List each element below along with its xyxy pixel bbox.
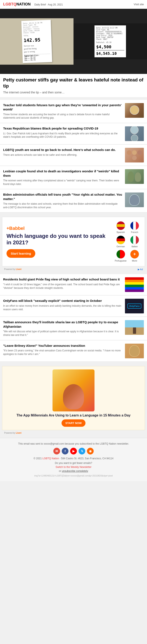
unsubscribe-link[interactable]: unsubscribe completely: [62, 470, 88, 472]
receipt-right: Date: 8/17/21 8:17 PM Card Type: MC Acco…: [74, 23, 147, 60]
french-flag: [130, 221, 139, 230]
list-item[interactable]: Biden administration officials tell tran…: [0, 189, 147, 212]
ad-badge: ▶ Ad: [138, 268, 143, 271]
lang-item-german[interactable]: German: [115, 236, 126, 248]
babbel-title: Which language do you want to speak in 2…: [6, 233, 110, 246]
article-thumb: [125, 277, 144, 292]
more-flag: +: [130, 250, 139, 258]
article-thumb: [125, 320, 144, 335]
list-item[interactable]: Texas Republican blames Black people for…: [0, 123, 147, 144]
babbel-logo: +Babbel: [6, 226, 110, 231]
article-title[interactable]: LGBTQ youth are scared to go back to sch…: [3, 148, 122, 152]
footer-unsubscribe-wrapper: or unsubscribe completely: [3, 470, 144, 472]
article-title[interactable]: Teacher told students fetuses turn gay w…: [3, 103, 122, 112]
header-date: Daily Brief · Aug 20, 2021: [34, 3, 63, 6]
ad-bottom-title: The App Millennials Are Using to Learn a…: [6, 414, 142, 417]
article-text: "Leave Britney Alone!" YouTuber announce…: [3, 344, 122, 356]
article-desc: "We will not discuss what type of politi…: [3, 330, 122, 337]
divider-5: [0, 436, 147, 438]
lang-item-italian[interactable]: Italian: [129, 236, 140, 248]
article-text: Taliban announces they'll institute shar…: [3, 320, 122, 337]
lang-label-german: German: [116, 245, 125, 248]
lang-item-more[interactable]: + More: [129, 250, 140, 262]
footer-copyright: © 2021 LGBTQ Nation · 584 Castro St. #62…: [3, 457, 144, 460]
footer-switch-wrapper: Switch to the Weekly Newsletter: [3, 466, 144, 468]
lang-label-spanish: Spanish: [116, 231, 125, 234]
list-item[interactable]: Taliban announces they'll institute shar…: [0, 317, 147, 340]
taliban-thumbnail: [125, 320, 144, 335]
copyright-year: © 2021: [34, 457, 42, 460]
powered-by-text-bottom: Powered by: [4, 432, 15, 434]
powered-by-text: Powered by: [4, 268, 15, 270]
ad-bottom-button[interactable]: START NOW: [62, 420, 86, 427]
liveri-link[interactable]: Liveri: [16, 268, 22, 270]
liveri-link-bottom[interactable]: Liveri: [16, 432, 22, 434]
list-item[interactable]: LGBTQ youth are scared to go back to sch…: [0, 145, 147, 166]
article-desc: Three former students are accusing the t…: [3, 113, 122, 120]
article-desc: Lt. Gov. Dan Patrick told Laura Ingraham…: [3, 132, 122, 139]
rss-social-icon[interactable]: ◉: [87, 448, 94, 454]
divider-2: [0, 212, 147, 214]
article-text: Biden administration officials tell tran…: [3, 192, 122, 209]
list-item[interactable]: Residents build giant Pride flag view of…: [0, 274, 147, 295]
article-title[interactable]: Residents build giant Pride flag view of…: [3, 277, 122, 282]
article-title[interactable]: Biden administration officials tell tran…: [3, 192, 122, 201]
footer-or: or: [59, 470, 61, 472]
onlyfans-thumbnail: OnlyFans: [125, 299, 144, 314]
article-desc: In an effort to raise money from investo…: [3, 304, 122, 311]
footer-address: 584 Castro St. #623, San Francisco, CA 9…: [61, 457, 114, 460]
lang-item-spanish[interactable]: Spanish: [115, 221, 126, 234]
article-text: OnlyFans will block "sexually explicit" …: [3, 299, 122, 311]
footer-social: ✉ f ▶ 𝕏 ◉: [3, 448, 144, 454]
list-item[interactable]: "Leave Britney Alone!" YouTuber announce…: [0, 340, 147, 362]
ad-bottom-wrapper: The App Millennials Are Using to Learn a…: [0, 363, 147, 436]
site-logo[interactable]: LGBTQNATION: [3, 2, 31, 6]
article-desc: The message is also for states and schoo…: [3, 202, 122, 209]
twitter-social-icon[interactable]: 𝕏: [78, 448, 85, 454]
article-desc: There are actions schools can take to be…: [3, 153, 122, 157]
ad-powered-label: Powered by Liveri ▶ Ad: [4, 268, 143, 270]
switch-newsletter-link[interactable]: Switch to the Weekly Newsletter: [56, 466, 91, 468]
footer-brand-link[interactable]: LGBTQ Nation: [42, 457, 59, 460]
list-item[interactable]: OnlyFans will block "sexually explicit" …: [0, 296, 147, 317]
article-text: Residents build giant Pride flag view of…: [3, 277, 122, 290]
article-title[interactable]: OnlyFans will block "sexually explicit" …: [3, 299, 122, 303]
babbel-start-button[interactable]: Start learning: [6, 249, 35, 258]
article-text: Texas Republican blames Black people for…: [3, 126, 122, 139]
article-desc: "I wish it could be 10 times bigger," on…: [3, 283, 122, 290]
list-item[interactable]: Teacher told students fetuses turn gay w…: [0, 100, 147, 123]
youtube-social-icon[interactable]: ▶: [70, 448, 77, 454]
email-social-icon[interactable]: ✉: [53, 448, 60, 454]
article-title[interactable]: Taliban announces they'll institute shar…: [3, 320, 122, 329]
lang-label-french: French: [131, 231, 138, 234]
receipt-paper-left: Date: 05/21 8:38 PM Card Type: MC Accoun…: [22, 20, 52, 63]
receipt-paper-right: Date: 8/17/21 8:17 PM Card Type: MC Acco…: [94, 26, 126, 57]
article-title[interactable]: "Leave Britney Alone!" YouTuber announce…: [3, 344, 122, 348]
receipt-left: Date: 05/21 8:38 PM Card Type: MC Accoun…: [0, 18, 74, 65]
ad-babbel-right: Spanish French German Italian Portuguese…: [115, 221, 140, 262]
ad-babbel-wrapper: +Babbel Which language do you want to sp…: [0, 214, 147, 272]
lang-label-more: More: [132, 260, 137, 262]
divider-4: [0, 362, 147, 363]
german-flag: [116, 236, 125, 244]
lang-item-french[interactable]: French: [129, 221, 140, 234]
ad-babbel[interactable]: +Babbel Which language do you want to sp…: [2, 217, 145, 266]
ad-bottom[interactable]: The App Millennials Are Using to Learn a…: [2, 366, 145, 430]
article-section-2: Residents build giant Pride flag view of…: [0, 274, 147, 362]
hero-title[interactable]: Petty customer stiffs gay waiter & leave…: [3, 77, 144, 89]
article-title[interactable]: Lesbian couple found shot to death as in…: [3, 169, 122, 178]
lang-item-portuguese[interactable]: Portuguese: [115, 250, 126, 262]
article-thumb: [125, 344, 144, 358]
article-thumb: [125, 103, 144, 118]
article-thumb: [125, 192, 144, 207]
visit-site-link[interactable]: Visit site: [134, 3, 144, 6]
facebook-social-icon[interactable]: f: [62, 448, 68, 454]
article-desc: "It's been 23 years coming," the viral s…: [3, 349, 122, 356]
header-left: LGBTQNATION Daily Brief · Aug 20, 2021: [3, 2, 63, 6]
divider-1: [0, 98, 147, 100]
list-item[interactable]: Lesbian couple found shot to death as in…: [0, 166, 147, 189]
article-title[interactable]: Texas Republican blames Black people for…: [3, 126, 122, 130]
portuguese-flag: [116, 250, 125, 258]
hero-image: Date: 05/21 8:38 PM Card Type: MC Accoun…: [0, 9, 147, 74]
article-thumb: [125, 126, 144, 141]
